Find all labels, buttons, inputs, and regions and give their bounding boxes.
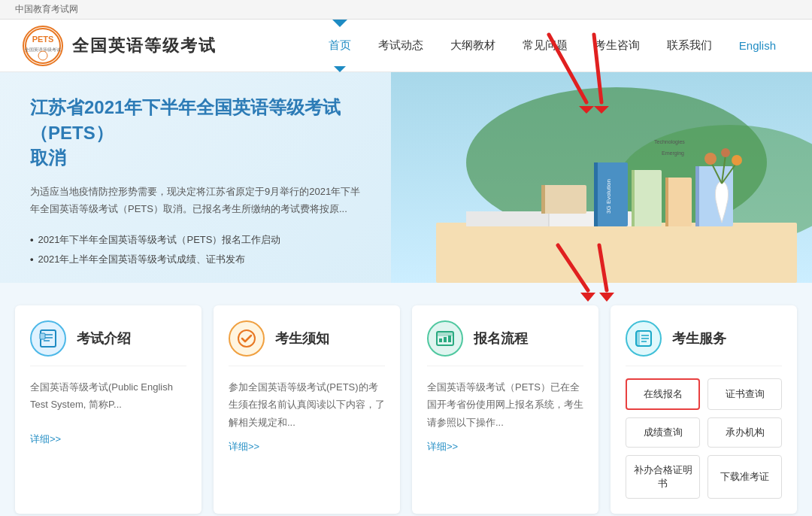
nav-item-candidate-info[interactable]: 考生咨询 [581,20,653,72]
reissue-cert-button[interactable]: 补办合格证明书 [626,455,700,499]
online-register-button[interactable]: 在线报名 [626,378,700,410]
svg-rect-11 [541,185,586,214]
card-link-exam-intro[interactable]: 详细>> [30,433,61,446]
nav-item-exam-news[interactable]: 考试动态 [365,20,437,72]
svg-marker-53 [599,293,614,302]
svg-rect-18 [665,178,692,226]
card-icon-candidate-notice [229,320,265,357]
svg-point-0 [26,29,60,63]
card-icon-registration-flow [427,320,463,357]
banner-left: 江苏省2021年下半年全国英语等级考试（PETS）取消 为适应当地疫情防控形势需… [0,72,391,283]
svg-rect-21 [695,166,699,226]
download-admission-button[interactable]: 下载准考证 [707,455,782,499]
card-icon-candidate-service [626,320,662,357]
nav-active-indicator [332,20,347,27]
card-body-registration-flow: 全国英语等级考试（PETS）已在全国开考省份使用网上报名系统，考生请参照以下操作… [427,378,583,431]
svg-rect-38 [40,333,45,339]
banner-desc: 为适应当地疫情防控形势需要，现决定将江苏省原定于9月举行的2021年下半年全国英… [30,183,361,218]
top-bar-label: 中国教育考试网 [15,4,78,14]
card-title-registration-flow: 报名流程 [474,329,528,348]
svg-text:PETS: PETS [32,35,54,44]
bottom-section: 考试介绍 全国英语等级考试(Public English Test System… [0,283,812,516]
nav-item-faq[interactable]: 常见问题 [509,20,581,72]
card-link-registration-flow[interactable]: 详细>> [427,440,458,454]
card-icon-exam-intro [30,320,66,357]
card-title-exam-intro: 考试介绍 [77,329,131,348]
header: PETS 全国英语等级考试 全国英语等级考试 首页 考试动态 大纲教材 常见问题… [0,20,812,72]
nav-item-home[interactable]: 首页 [315,20,365,72]
card-body-exam-intro: 全国英语等级考试(Public English Test System, 简称P… [30,378,186,423]
nav-item-english[interactable]: English [726,20,789,72]
logo-area: PETS 全国英语等级考试 全国英语等级考试 [23,26,217,66]
svg-point-27 [732,155,742,165]
card-header-exam-intro: 考试介绍 [30,320,186,366]
svg-rect-9 [466,211,549,226]
svg-point-25 [704,153,717,165]
banner-list: • 2021年下半年全国英语等级考试（PETS）报名工作启动 • 2021年上半… [30,230,361,269]
logo-circle: PETS 全国英语等级考试 [23,26,63,66]
card-title-candidate-notice: 考生须知 [275,329,329,348]
card-title-candidate-service: 考生服务 [672,329,726,348]
svg-rect-12 [541,185,545,214]
svg-marker-51 [580,293,595,302]
svg-rect-19 [665,178,668,226]
svg-text:Technologies: Technologies [654,139,685,145]
card-exam-intro: 考试介绍 全国英语等级考试(Public English Test System… [15,305,201,514]
card-registration-flow: 报名流程 全国英语等级考试（PETS）已在全国开考省份使用网上报名系统，考生请参… [412,305,598,514]
banner-right: 3G Evolution Emerging [391,72,812,283]
card-link-candidate-notice[interactable]: 详细>> [229,440,259,454]
card-body-candidate-notice: 参加全国英语等级考试(PETS)的考生须在报名前认真阅读以下内容，了解相关规定和… [229,378,385,431]
card-candidate-service: 考生服务 在线报名 证书查询 成绩查询 承办机构 补办合格证明书 下载准考证 [611,305,797,514]
card-header-candidate-service: 考生服务 [626,320,782,366]
svg-rect-17 [632,170,635,226]
svg-rect-44 [448,335,451,342]
score-query-button[interactable]: 成绩查询 [626,417,700,448]
banner-list-item-2: • 2021年上半年全国英语等级考试成绩、证书发布 [30,250,361,269]
cards-row: 考试介绍 全国英语等级考试(Public English Test System… [15,305,797,514]
svg-rect-16 [632,170,662,226]
svg-rect-14 [594,162,598,226]
cert-query-button[interactable]: 证书查询 [707,378,782,410]
nav-item-contact[interactable]: 联系我们 [653,20,726,72]
svg-point-3 [38,51,47,60]
banner-wrapper: 江苏省2021年下半年全国英语等级考试（PETS）取消 为适应当地疫情防控形势需… [0,72,812,283]
card-candidate-notice: 考生须知 参加全国英语等级考试(PETS)的考生须在报名前认真阅读以下内容，了解… [214,305,400,514]
bullet: • [30,253,34,265]
service-buttons: 在线报名 证书查询 成绩查询 承办机构 补办合格证明书 下载准考证 [626,378,782,499]
svg-text:3G Evolution: 3G Evolution [605,179,612,214]
top-bar: 中国教育考试网 [0,0,812,20]
svg-point-39 [238,330,255,347]
main-nav: 首页 考试动态 大纲教材 常见问题 考生咨询 联系我们 English [315,20,789,72]
hosting-org-button[interactable]: 承办机构 [707,417,782,448]
banner: 江苏省2021年下半年全国英语等级考试（PETS）取消 为适应当地疫情防控形势需… [0,72,812,283]
svg-point-26 [721,148,730,157]
banner-list-item-1: • 2021年下半年全国英语等级考试（PETS）报名工作启动 [30,230,361,250]
svg-text:Emerging: Emerging [662,150,684,156]
svg-rect-7 [436,223,797,283]
card-header-candidate-notice: 考生须知 [229,320,385,366]
svg-rect-43 [444,337,447,342]
card-header-registration-flow: 报名流程 [427,320,583,366]
svg-rect-42 [439,338,442,342]
bullet: • [30,234,34,245]
banner-title: 江苏省2021年下半年全国英语等级考试（PETS）取消 [30,95,361,171]
nav-item-syllabus[interactable]: 大纲教材 [437,20,509,72]
svg-rect-46 [636,331,640,346]
logo-text: 全国英语等级考试 [72,35,217,57]
